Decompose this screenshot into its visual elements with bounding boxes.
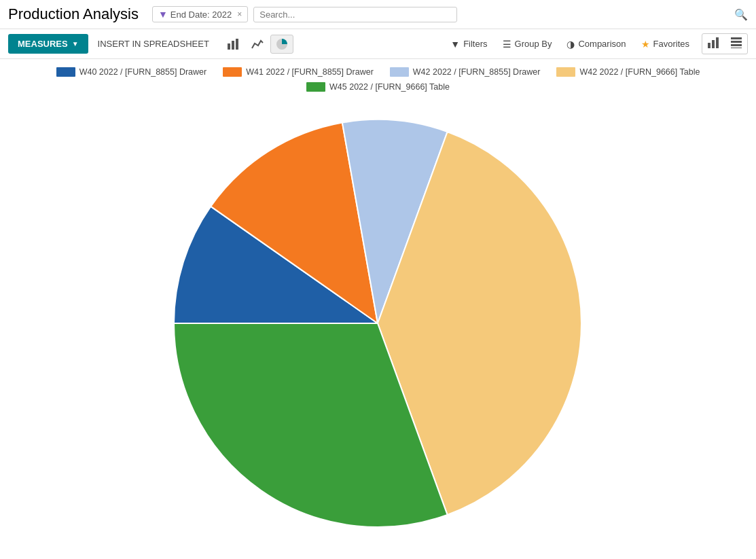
pie-chart-icon <box>276 38 288 50</box>
comparison-button[interactable]: ◑ Comparison <box>560 34 632 54</box>
legend-item-w45: W45 2022 / [FURN_9666] Table <box>306 82 450 92</box>
filter-label: End Date: 2022 <box>170 10 232 20</box>
chart-legend: W40 2022 / [FURN_8855] DrawerW41 2022 / … <box>0 59 756 96</box>
svg-rect-7 <box>731 41 742 43</box>
pie-chart-svg <box>14 103 742 544</box>
filter-close-icon[interactable]: × <box>237 10 242 19</box>
toolbar-right: ▼ Filters ☰ Group By ◑ Comparison ★ Favo… <box>444 33 748 54</box>
pie-chart-button[interactable] <box>270 35 293 54</box>
svg-rect-0 <box>228 43 230 50</box>
table-view-button[interactable] <box>725 34 747 54</box>
chart-view-icon <box>708 37 719 48</box>
legend-item-w40: W40 2022 / [FURN_8855] Drawer <box>56 67 207 77</box>
filter-icon: ▼ <box>158 9 168 20</box>
legend-label-w45: W45 2022 / [FURN_9666] Table <box>329 82 450 92</box>
toolbar: MEASURES ▼ INSERT IN SPREADSHEET ▼ Filte… <box>0 29 756 59</box>
search-box[interactable] <box>253 7 457 22</box>
search-input[interactable] <box>259 10 451 20</box>
bar-chart-button[interactable] <box>221 35 245 54</box>
legend-item-w41: W41 2022 / [FURN_8855] Drawer <box>223 67 374 77</box>
svg-rect-8 <box>731 44 742 46</box>
svg-rect-9 <box>731 48 742 48</box>
legend-label-w40: W40 2022 / [FURN_8855] Drawer <box>79 67 207 77</box>
legend-label-w42a: W42 2022 / [FURN_8855] Drawer <box>413 67 541 77</box>
insert-spreadsheet-button[interactable]: INSERT IN SPREADSHEET <box>88 34 219 54</box>
measures-dropdown-arrow: ▼ <box>72 40 79 48</box>
legend-swatch-w45 <box>306 82 325 92</box>
page-title: Production Analysis <box>8 5 139 23</box>
table-view-icon <box>731 37 742 48</box>
filters-icon: ▼ <box>450 39 460 50</box>
legend-label-w42b: W42 2022 / [FURN_9666] Table <box>579 67 700 77</box>
svg-rect-3 <box>708 43 710 48</box>
view-toggle <box>702 33 748 54</box>
legend-item-w42a: W42 2022 / [FURN_8855] Drawer <box>390 67 541 77</box>
chart-type-icons <box>221 35 293 54</box>
svg-rect-2 <box>236 39 238 50</box>
legend-item-w42b: W42 2022 / [FURN_9666] Table <box>556 67 700 77</box>
filters-button[interactable]: ▼ Filters <box>444 34 494 54</box>
filter-tag[interactable]: ▼ End Date: 2022 × <box>152 6 248 22</box>
svg-rect-4 <box>712 40 715 48</box>
favorites-button[interactable]: ★ Favorites <box>634 34 696 54</box>
measures-button[interactable]: MEASURES ▼ <box>8 34 88 54</box>
search-icon[interactable]: 🔍 <box>734 8 748 21</box>
groupby-button[interactable]: ☰ Group By <box>496 34 559 54</box>
comparison-icon: ◑ <box>566 39 575 50</box>
svg-rect-6 <box>731 37 742 39</box>
header: Production Analysis ▼ End Date: 2022 × 🔍 <box>0 0 756 29</box>
legend-swatch-w40 <box>56 67 75 77</box>
measures-label: MEASURES <box>18 39 68 49</box>
legend-swatch-w41 <box>223 67 242 77</box>
groupby-icon: ☰ <box>503 39 511 50</box>
chart-area <box>0 96 756 558</box>
svg-rect-1 <box>232 41 234 50</box>
legend-swatch-w42b <box>556 67 575 77</box>
svg-rect-5 <box>716 37 719 48</box>
bar-chart-icon <box>227 38 239 50</box>
line-chart-button[interactable] <box>246 35 269 54</box>
legend-swatch-w42a <box>390 67 409 77</box>
legend-label-w41: W41 2022 / [FURN_8855] Drawer <box>246 67 374 77</box>
favorites-star-icon: ★ <box>641 39 650 50</box>
line-chart-icon <box>251 38 264 50</box>
chart-view-button[interactable] <box>702 34 724 54</box>
